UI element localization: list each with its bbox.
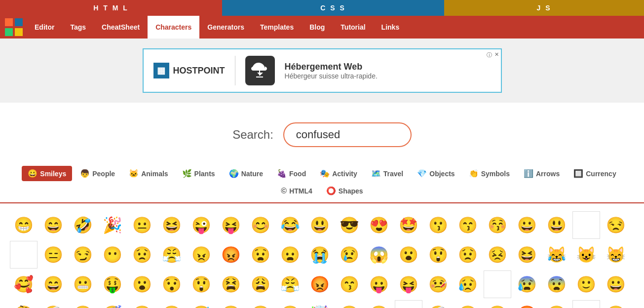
emoji-cell[interactable]: 😎	[336, 211, 363, 239]
emoji-cell[interactable]: 😬	[217, 300, 245, 308]
emoji-cell[interactable]: 🤒	[424, 270, 452, 298]
emoji-cell[interactable]: 😁	[10, 211, 38, 239]
cat-shapes[interactable]: ⭕ Shapes	[320, 183, 369, 198]
emoji-cell[interactable]: 😢	[336, 241, 363, 269]
emoji-cell[interactable]: 😄	[39, 270, 67, 298]
cat-objects[interactable]: 💎 Objects	[411, 166, 460, 181]
emoji-cell[interactable]: 😍	[365, 211, 393, 239]
search-input[interactable]	[283, 122, 412, 147]
emoji-cell[interactable]: 😤	[276, 270, 304, 298]
nav-tutorial[interactable]: Tutorial	[333, 16, 373, 38]
emoji-cell[interactable]: 😲	[188, 270, 215, 298]
emoji-cell[interactable]: 😹	[543, 241, 570, 269]
cat-food[interactable]: 🍇 Food	[271, 166, 312, 181]
emoji-cell[interactable]: 😐	[128, 211, 156, 239]
emoji-cell[interactable]: 😠	[188, 241, 215, 269]
cat-smileys[interactable]: 😀 Smileys	[22, 166, 72, 181]
cat-activity[interactable]: 🎭 Activity	[314, 166, 363, 181]
emoji-cell[interactable]: 😺	[572, 241, 600, 269]
emoji-cell[interactable]: 😊	[247, 211, 274, 239]
emoji-cell[interactable]: 🤧	[158, 300, 186, 308]
nav-links[interactable]: Links	[374, 16, 408, 38]
emoji-cell[interactable]: 😂	[276, 211, 304, 239]
emoji-cell[interactable]: 🙂	[572, 270, 600, 298]
emoji-cell[interactable]: 😫	[217, 270, 245, 298]
emoji-cell[interactable]: 😮	[395, 241, 422, 269]
nav-characters[interactable]: Characters	[148, 16, 199, 38]
nav-cheatsheet[interactable]: CheatSheet	[94, 16, 148, 38]
nav-blog[interactable]: Blog	[302, 16, 333, 38]
emoji-cell[interactable]: 😄	[39, 211, 67, 239]
emoji-cell[interactable]: 😮	[128, 270, 156, 298]
emoji-cell[interactable]: 😙	[336, 270, 363, 298]
emoji-cell[interactable]: 😃	[306, 211, 334, 239]
ad-banner[interactable]: ⓘ ✕ ▦ HOSTPOINT Hébergement Web Hébergeu…	[143, 48, 502, 93]
emoji-cell[interactable]: 😧	[336, 300, 363, 308]
emoji-cell[interactable]: 😱	[365, 241, 393, 269]
emoji-cell[interactable]: 🥰	[10, 270, 38, 298]
emoji-cell[interactable]: 😆	[158, 211, 186, 239]
emoji-cell[interactable]: 😒	[602, 211, 630, 239]
emoji-cell[interactable]: 😩	[247, 270, 274, 298]
emoji-cell[interactable]: 😗	[424, 211, 452, 239]
emoji-cell[interactable]: 😎	[276, 300, 304, 308]
emoji-cell[interactable]: 🤯	[306, 300, 334, 308]
cat-symbols[interactable]: 👏 Symbols	[463, 166, 516, 181]
emoji-cell[interactable]: 😸	[602, 241, 630, 269]
nav-editor[interactable]: Editor	[27, 16, 62, 38]
emoji-cell[interactable]: 😷	[69, 300, 97, 308]
emoji-cell[interactable]: 😵	[602, 300, 630, 308]
emoji-cell[interactable]: 😨	[543, 270, 570, 298]
cat-travel[interactable]: 🗺️ Travel	[365, 166, 409, 181]
emoji-cell[interactable]: 😡	[217, 241, 245, 269]
emoji-cell[interactable]: 😴	[99, 300, 126, 308]
ad-close-button[interactable]: ✕	[494, 51, 499, 58]
emoji-cell[interactable]: 🤔	[10, 300, 38, 308]
emoji-cell[interactable]: 😦	[276, 241, 304, 269]
cat-animals[interactable]: 🐱 Animals	[123, 166, 174, 181]
emoji-cell[interactable]: 🤩	[395, 211, 422, 239]
emoji-cell[interactable]: 😰	[513, 270, 541, 298]
emoji-cell[interactable]: 😚	[484, 211, 511, 239]
emoji-cell[interactable]: 😲	[424, 241, 452, 269]
cat-html4[interactable]: © HTML4	[275, 184, 318, 198]
emoji-cell[interactable]: 😜	[188, 211, 215, 239]
emoji-cell[interactable]: 😙	[454, 211, 482, 239]
emoji-cell[interactable]: 🤗	[454, 300, 482, 308]
emoji-cell[interactable]: 😦	[365, 300, 393, 308]
emoji-cell[interactable]: 🤕	[424, 300, 452, 308]
emoji-cell[interactable]: 😀	[513, 211, 541, 239]
cat-people[interactable]: 👦 People	[74, 166, 121, 181]
emoji-cell[interactable]: 😃	[543, 211, 570, 239]
cat-currency[interactable]: 🔲 Currency	[568, 166, 622, 181]
emoji-cell[interactable]: 🤑	[99, 270, 126, 298]
cat-plants[interactable]: 🌿 Plants	[176, 166, 221, 181]
emoji-cell[interactable]: 😑	[39, 241, 67, 269]
emoji-cell[interactable]: 😅	[188, 300, 215, 308]
emoji-cell[interactable]: 😤	[158, 241, 186, 269]
nav-generators[interactable]: Generators	[199, 16, 252, 38]
emoji-cell[interactable]: 🤬	[513, 300, 541, 308]
emoji-cell[interactable]: 😶	[99, 241, 126, 269]
emoji-cell[interactable]: 😟	[454, 241, 482, 269]
emoji-cell[interactable]: 😝	[395, 270, 422, 298]
emoji-cell[interactable]: 😥	[454, 270, 482, 298]
emoji-cell[interactable]: 😤	[543, 300, 570, 308]
emoji-cell[interactable]: 😀	[484, 300, 511, 308]
emoji-cell[interactable]: 😪	[128, 300, 156, 308]
emoji-cell[interactable]: 😬	[69, 270, 97, 298]
emoji-cell[interactable]: 😝	[217, 211, 245, 239]
emoji-cell[interactable]: 😏	[69, 241, 97, 269]
emoji-cell[interactable]: 😡	[306, 270, 334, 298]
emoji-cell[interactable]: 😯	[158, 270, 186, 298]
emoji-cell[interactable]: 😧	[247, 241, 274, 269]
emoji-cell[interactable]: 🤕	[39, 300, 67, 308]
nav-tags[interactable]: Tags	[62, 16, 94, 38]
emoji-cell[interactable]: 😭	[306, 241, 334, 269]
cat-arrows[interactable]: ℹ️ Arrows	[518, 166, 566, 181]
emoji-cell[interactable]: 🎉	[99, 211, 126, 239]
emoji-cell[interactable]: 😀	[602, 270, 630, 298]
emoji-cell[interactable]: 🤮	[247, 300, 274, 308]
emoji-cell[interactable]: 😆	[513, 241, 541, 269]
emoji-cell[interactable]: 😣	[484, 241, 511, 269]
